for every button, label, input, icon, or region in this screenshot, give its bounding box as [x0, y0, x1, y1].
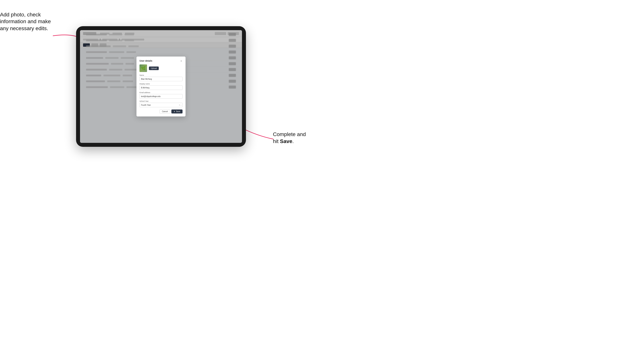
photo-section: Upload	[140, 64, 182, 72]
cancel-button[interactable]: Cancel	[160, 110, 170, 113]
user-photo-image	[140, 64, 147, 72]
school-year-select-wrapper: × ⌄	[140, 103, 182, 107]
school-year-input[interactable]	[140, 103, 182, 107]
display-name-label: Display name	[140, 83, 182, 85]
email-label: Email address	[140, 92, 182, 93]
email-field-group: Email address	[140, 92, 182, 99]
annotation-right: Complete and hit Save.	[273, 131, 322, 145]
modal-title: User details	[140, 60, 152, 62]
modal-footer: Cancel ⬆ Save	[140, 110, 182, 113]
chevron-down-icon[interactable]: ⌄	[180, 104, 182, 106]
select-icons: × ⌄	[179, 104, 182, 106]
save-button[interactable]: ⬆ Save	[172, 110, 182, 113]
user-details-modal: User details × Upload Name Dis	[136, 56, 186, 117]
name-field-group: Name	[140, 74, 182, 81]
tablet-frame: User details × Upload Name Dis	[76, 26, 246, 147]
school-year-label: School Year	[140, 100, 182, 102]
display-name-input[interactable]	[140, 85, 182, 90]
user-photo-thumb	[140, 64, 147, 72]
display-name-field-group: Display name	[140, 83, 182, 90]
tablet-screen: User details × Upload Name Dis	[80, 30, 242, 143]
select-clear-icon[interactable]: ×	[179, 104, 180, 106]
modal-overlay: User details × Upload Name Dis	[80, 30, 242, 143]
upload-photo-button[interactable]: Upload	[149, 66, 159, 70]
save-icon: ⬆	[174, 111, 175, 113]
name-input[interactable]	[140, 77, 182, 81]
modal-title-bar: User details ×	[140, 60, 182, 62]
close-icon[interactable]: ×	[180, 60, 182, 62]
email-input[interactable]	[140, 94, 182, 99]
annotation-left: Add photo, check information and make an…	[0, 11, 51, 32]
name-label: Name	[140, 74, 182, 76]
save-label: Save	[176, 110, 180, 113]
school-year-field-group: School Year × ⌄	[140, 100, 182, 107]
